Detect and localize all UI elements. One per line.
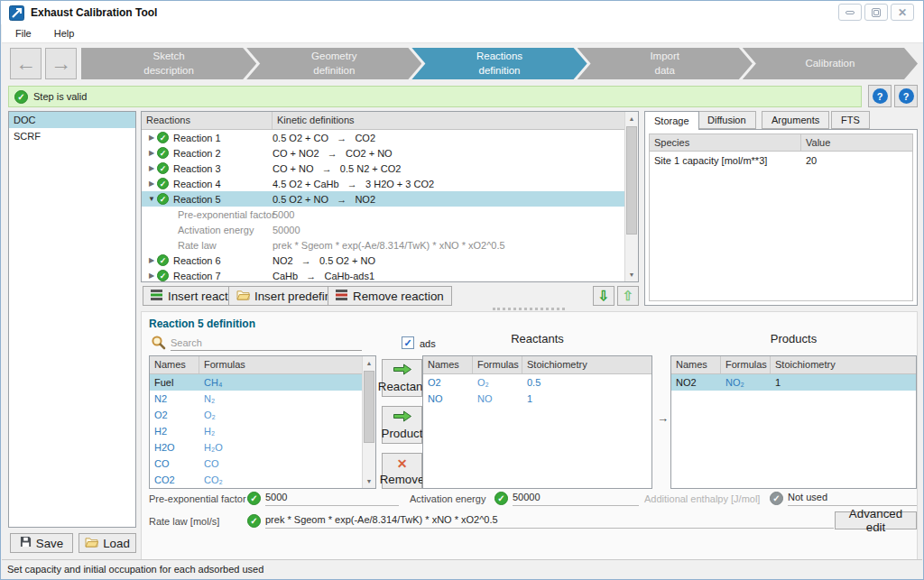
- horizontal-splitter[interactable]: [493, 308, 565, 310]
- scroll-up-icon[interactable]: ▲: [363, 356, 375, 370]
- wizard-steps: Sketch description Geometry definition R…: [81, 48, 918, 79]
- reaction-row-4[interactable]: ▶ ✓ Reaction 4 4.5 O2 + CaHb → 3 H2O + 3…: [142, 176, 624, 191]
- storage-table-body: Site 1 capacity [mol/m**3] 20: [649, 152, 913, 301]
- detail-label: Activation energy: [178, 225, 254, 235]
- reactant-stoichiometry[interactable]: 1: [522, 393, 532, 404]
- products-table-header: Names Formulas Stoichiometry: [671, 356, 916, 374]
- valid-check-icon: ✓: [247, 492, 261, 505]
- activation-energy-input[interactable]: 50000: [513, 492, 639, 506]
- search-icon: [151, 335, 166, 352]
- back-button[interactable]: ←: [10, 48, 42, 79]
- reaction-row-2[interactable]: ▶ ✓ Reaction 2 CO + NO2 → CO2 + NO: [142, 145, 624, 161]
- storage-row-site1[interactable]: Site 1 capacity [mol/m**3] 20: [650, 152, 912, 170]
- advanced-edit-button[interactable]: Advanced edit: [835, 511, 917, 529]
- wizard-step-reactions-definition[interactable]: Reactions definition: [411, 48, 587, 79]
- reaction-row-7[interactable]: ▶ ✓ Reaction 7 CaHb → CaHb-ads1: [142, 268, 624, 283]
- statusbar: Set capacity and initial occupation for …: [2, 559, 922, 578]
- column-header-names: Names: [671, 356, 721, 373]
- expander-collapsed-icon[interactable]: ▶: [146, 272, 157, 280]
- reaction-kinetic: CaHb → CaHb-ads1: [273, 271, 374, 281]
- species-row-co[interactable]: COCO: [150, 456, 362, 472]
- search-input[interactable]: [171, 336, 362, 351]
- tab-diffusion[interactable]: Diffusion: [698, 111, 756, 129]
- reactants-table-header: Names Formulas Stoichiometry: [423, 356, 651, 374]
- forward-button[interactable]: →: [45, 48, 77, 79]
- ads-checkbox[interactable]: ✓: [402, 336, 414, 349]
- reaction-label: Reaction 7: [173, 271, 221, 281]
- species-table-body: FuelCH₄ N2N₂ O2O₂ H2H₂ H2OH₂O COCO CO2CO…: [150, 374, 362, 488]
- storage-value[interactable]: 20: [801, 155, 817, 166]
- open-folder-icon: [236, 290, 250, 303]
- species-row-h2o[interactable]: H2OH₂O: [150, 439, 362, 456]
- species-row-h2[interactable]: H2H₂: [150, 423, 362, 439]
- reactant-stoichiometry[interactable]: 0.5: [522, 377, 541, 388]
- reactant-row-no[interactable]: NO NO 1: [423, 391, 651, 407]
- scrollbar-thumb[interactable]: [626, 126, 637, 235]
- scroll-down-icon[interactable]: ▼: [363, 474, 375, 488]
- valid-check-icon: ✓: [157, 162, 169, 174]
- scroll-down-icon[interactable]: ▼: [625, 268, 638, 281]
- maximize-button[interactable]: [864, 4, 888, 21]
- reaction-row-3[interactable]: ▶ ✓ Reaction 3 CO + NO → 0.5 N2 + CO2: [142, 161, 624, 176]
- expander-collapsed-icon[interactable]: ▶: [146, 180, 157, 188]
- reactions-tree-body: ▶ ✓ Reaction 1 0.5 O2 + CO → CO2 ▶ ✓ Rea…: [142, 130, 624, 281]
- additional-enthalpy-input[interactable]: Not used: [788, 492, 917, 506]
- expander-expanded-icon[interactable]: ▼: [146, 195, 157, 203]
- species-scrollbar[interactable]: ▲ ▼: [362, 356, 375, 488]
- sidebar-item-doc[interactable]: DOC: [9, 112, 135, 128]
- expander-collapsed-icon[interactable]: ▶: [146, 149, 157, 157]
- remove-reaction-button[interactable]: Remove reaction: [328, 286, 452, 306]
- menu-help[interactable]: Help: [45, 25, 84, 41]
- scrollbar-thumb[interactable]: [364, 371, 374, 443]
- rate-law-input[interactable]: prek * Sgeom * exp(-Ae/8.314/TwK) * xNO …: [265, 514, 834, 529]
- load-button[interactable]: Load: [79, 533, 136, 553]
- product-row-no2-selected[interactable]: NO2 NO₂ 1: [671, 374, 916, 391]
- wizard-step-calibration[interactable]: Calibration: [743, 48, 918, 79]
- menu-file[interactable]: File: [6, 25, 41, 41]
- wizard-step-geometry-definition[interactable]: Geometry definition: [246, 48, 421, 79]
- reactant-row-o2[interactable]: O2 O₂ 0.5: [423, 374, 651, 391]
- tab-fts[interactable]: FTS: [831, 111, 870, 129]
- context-help-button[interactable]: ?: [894, 85, 918, 107]
- tab-label: Diffusion: [707, 115, 746, 125]
- expander-collapsed-icon[interactable]: ▶: [146, 164, 157, 172]
- reaction-label: Reaction 3: [173, 163, 221, 174]
- reaction-kinetic: 4.5 O2 + CaHb → 3 H2O + 3 CO2: [273, 179, 434, 189]
- scroll-up-icon[interactable]: ▲: [625, 112, 638, 125]
- move-reaction-up-button[interactable]: ⇧: [617, 286, 639, 306]
- remove-species-button[interactable]: ✕ Remove: [382, 453, 422, 489]
- product-stoichiometry[interactable]: 1: [771, 377, 781, 388]
- reaction-kinetic: 0.5 O2 + NO → NO2: [273, 194, 375, 205]
- detail-value: 50000: [273, 225, 300, 235]
- reaction-detail-pre-exponential: Pre-exponential factor 5000: [142, 207, 624, 222]
- titlebar: Exhaust Calibration Tool ✕: [1, 1, 923, 24]
- reactions-scrollbar[interactable]: ▲ ▼: [624, 112, 638, 281]
- expander-collapsed-icon[interactable]: ▶: [146, 133, 157, 142]
- species-row-n2[interactable]: N2N₂: [150, 391, 362, 407]
- sidebar-item-scrf[interactable]: SCRF: [9, 128, 135, 144]
- wizard-step-import-data[interactable]: Import data: [578, 48, 753, 79]
- close-button[interactable]: ✕: [891, 4, 914, 21]
- detail-label: Pre-exponential factor: [178, 209, 275, 220]
- minimize-icon: [845, 11, 855, 14]
- tab-arguments[interactable]: Arguments: [762, 111, 829, 129]
- move-reaction-down-button[interactable]: ⇩: [593, 286, 614, 306]
- add-reactant-button[interactable]: Reactant: [382, 359, 422, 397]
- help-button[interactable]: ?: [868, 85, 892, 107]
- reaction-row-6[interactable]: ▶ ✓ Reaction 6 NO2 → 0.5 O2 + NO: [142, 253, 624, 268]
- tab-storage[interactable]: Storage: [644, 111, 699, 130]
- reaction-row-5-selected[interactable]: ▼ ✓ Reaction 5 0.5 O2 + NO → NO2: [142, 191, 624, 207]
- pre-exponential-input[interactable]: 5000: [265, 492, 399, 506]
- species-row-co2[interactable]: CO2CO₂: [150, 472, 362, 488]
- add-product-button[interactable]: Product: [382, 406, 422, 444]
- minimize-button[interactable]: [838, 4, 862, 21]
- species-row-o2[interactable]: O2O₂: [150, 407, 362, 423]
- species-row-fuel[interactable]: FuelCH₄: [150, 374, 362, 391]
- window-title: Exhaust Calibration Tool: [31, 6, 157, 19]
- wizard-step-sketch-description[interactable]: Sketch description: [81, 48, 256, 79]
- expander-collapsed-icon[interactable]: ▶: [146, 256, 157, 264]
- wizard-toolbar: ← → Sketch description Geometry definiti…: [1, 44, 924, 84]
- save-button[interactable]: Save: [10, 533, 73, 553]
- products-table: Names Formulas Stoichiometry NO2 NO₂ 1: [670, 355, 917, 489]
- reaction-row-1[interactable]: ▶ ✓ Reaction 1 0.5 O2 + CO → CO2: [142, 130, 624, 145]
